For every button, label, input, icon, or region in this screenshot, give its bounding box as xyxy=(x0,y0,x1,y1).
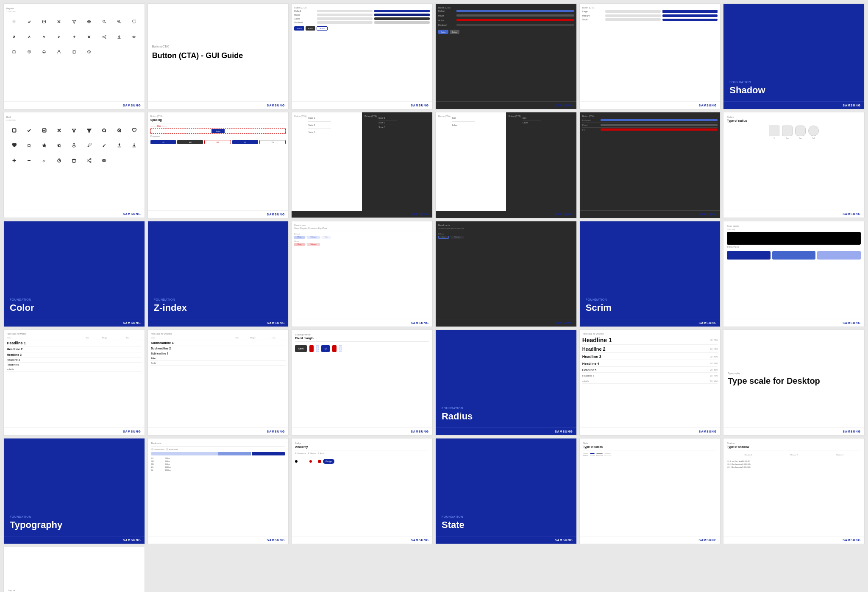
samsung-logo: SAMSUNG xyxy=(555,213,573,216)
card-button-cta-light2: Button (CTA) Large Medium Small SAMSUNG xyxy=(579,3,721,109)
headline-2-meta: 36700 xyxy=(710,348,718,350)
samsung-logo: SAMSUNG xyxy=(411,539,429,542)
dot-2 xyxy=(309,460,312,463)
bold-icon-9 xyxy=(127,123,141,137)
svg-line-10 xyxy=(120,22,121,23)
bold-icon-star xyxy=(22,139,36,152)
bold-icon-share2 xyxy=(82,154,96,167)
foundation-label: Foundation xyxy=(10,298,139,301)
anatomy-content: ① Component ② Element ③ More Badge xyxy=(295,452,429,464)
card-breadcrumb-dark: Breadcrumb Various content options Light… xyxy=(435,221,577,327)
card-breakpoint-doc: Breakpoint ⬜ Desktop width ⬜ Mobile widt… xyxy=(147,438,289,544)
headline-1: Headline 1 xyxy=(582,337,612,343)
card-zindex-blue: Foundation Z-index SAMSUNG xyxy=(147,221,289,327)
shadow-label-2: Shadow 2 xyxy=(790,454,798,456)
card-subtitle: Fixed margin xyxy=(295,337,429,340)
state-boxes: Default Hover Pressed Disabled xyxy=(583,453,717,457)
card-footer: SAMSUNG xyxy=(436,427,576,435)
samsung-logo: SAMSUNG xyxy=(699,104,717,107)
card-footer: SAMSUNG xyxy=(4,319,145,327)
samsung-logo: SAMSUNG xyxy=(123,321,141,324)
card-label: Button (CTA) xyxy=(438,115,451,207)
card-label: Breadcrumb xyxy=(294,224,430,226)
svg-point-7 xyxy=(103,20,105,22)
swatch-1 xyxy=(727,251,771,260)
card-footer: SAMSUNG xyxy=(580,210,721,218)
samsung-logo: SAMSUNG xyxy=(267,430,285,433)
bp-rows: XS320px SM600px MD960px LG1280px XL1920p… xyxy=(151,457,285,471)
card-subtitle: Type of shadow xyxy=(727,445,861,448)
card-type-scale-desktop1: Type scale for Desktop NameSizeWeightLin… xyxy=(147,330,289,436)
card-footer: SAMSUNG xyxy=(292,427,432,435)
samsung-logo: SAMSUNG xyxy=(843,539,861,542)
svg-line-22 xyxy=(103,37,105,38)
swatch-2 xyxy=(772,251,816,260)
headline-3: Headline 3 xyxy=(582,355,601,359)
icon-heart xyxy=(127,15,141,28)
content-rows-dark: Default Hover Active Disabled xyxy=(438,10,574,27)
icon-share xyxy=(97,30,111,43)
radius-0 xyxy=(769,126,779,136)
swatch-3 xyxy=(817,251,861,260)
headline-5-meta: 20500 xyxy=(710,369,718,371)
icon-location xyxy=(7,15,21,28)
bp-legend: ⬜ Desktop width ⬜ Mobile width xyxy=(151,448,285,450)
samsung-logo: SAMSUNG xyxy=(411,321,429,324)
card-subtitle: Anatomy xyxy=(295,445,429,448)
bold-icon-plus xyxy=(7,154,21,167)
card-main-title: Button (CTA) - GUI Guide xyxy=(152,51,284,61)
card-footer: SAMSUNG xyxy=(4,427,145,435)
svg-point-65 xyxy=(58,159,61,162)
card-scrim-blue: Foundation Scrim SAMSUNG xyxy=(579,221,721,327)
card-button-cta-dark2: Button (CTA) State 1 State 2 State 3 But… xyxy=(291,112,433,218)
samsung-logo: SAMSUNG xyxy=(123,539,141,542)
samsung-logo: SAMSUNG xyxy=(411,104,429,107)
typo-main-title: Type scale for Desktop xyxy=(728,376,860,385)
samsung-logo: SAMSUNG xyxy=(699,321,717,324)
headline-row-6: Headline 6 18400 xyxy=(582,374,718,378)
bold-icon-5 xyxy=(67,123,81,137)
headline-row-2: Headline 2 36700 xyxy=(582,346,718,353)
svg-marker-3 xyxy=(72,20,76,23)
foundation-label: Foundation xyxy=(586,298,715,301)
card-footer: SAMSUNG xyxy=(580,101,721,109)
content-rows: Default Hover Active Disabled xyxy=(294,10,430,24)
state-disabled xyxy=(604,453,611,454)
icon-arrow-right xyxy=(52,30,66,43)
bold-icon-mic xyxy=(67,139,81,152)
icon-arrow-ur xyxy=(7,30,21,43)
card-footer: SAMSUNG xyxy=(148,427,289,435)
card-footer: SAMSUNG xyxy=(723,427,864,435)
bold-icon-1 xyxy=(7,123,21,137)
card-typography-blue: Foundation Typography SAMSUNG xyxy=(3,438,145,544)
sp-element-dark: Elem xyxy=(295,345,307,352)
samsung-logo: SAMSUNG xyxy=(411,430,429,433)
card-footer: SAMSUNG xyxy=(723,319,864,327)
svg-line-47 xyxy=(120,131,121,132)
bold-icon-8 xyxy=(112,123,126,137)
bold-icon-pencil xyxy=(97,139,111,152)
sp-margin2 xyxy=(332,345,337,352)
samsung-logo: SAMSUNG xyxy=(123,430,141,433)
samsung-logo: SAMSUNG xyxy=(267,321,285,324)
foundation-label: Foundation xyxy=(442,407,570,410)
headline-row-4: Headline 4 24600 xyxy=(582,361,718,367)
samsung-logo: SAMSUNG xyxy=(555,430,573,433)
svg-point-26 xyxy=(134,36,134,37)
card-button-cta-light1: Button (CTA) Default Hover Active Disabl… xyxy=(291,3,433,109)
card-label: Button (CTA) xyxy=(582,6,718,9)
subtitle-row: subtitle 16400 xyxy=(582,379,718,384)
spacing-buttons: LG MD SM XS TN xyxy=(150,140,286,144)
radius-4 xyxy=(782,126,793,136)
samsung-logo: SAMSUNG xyxy=(843,212,861,215)
card-label: Color palette xyxy=(727,225,861,227)
samsung-logo: SAMSUNG xyxy=(555,104,573,107)
shadow-boxes: Shadow 1 Shadow 2 Shadow 3 xyxy=(727,454,861,458)
bold-icon-link xyxy=(37,154,51,167)
card-button-cta-dark3: Button (CTA) Icon Label Button (CTA) Ico… xyxy=(435,112,577,218)
bold-icon-2 xyxy=(22,123,36,137)
svg-line-45 xyxy=(105,131,106,132)
foundation-title: Typography xyxy=(10,520,139,530)
card-label: Radius xyxy=(727,116,861,118)
svg-rect-69 xyxy=(73,159,75,162)
